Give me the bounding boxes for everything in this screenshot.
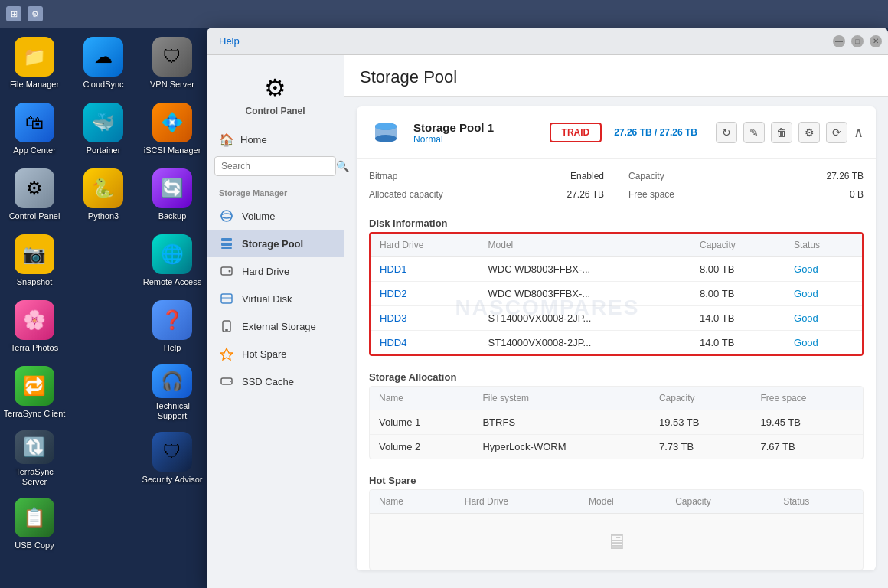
disk-col-model: Model bbox=[479, 234, 690, 257]
sidebar-item-virtual-disk-label: Virtual Disk bbox=[242, 293, 292, 305]
sidebar-home-item[interactable]: 🏠 Home bbox=[207, 126, 344, 156]
desktop-icon-portainer[interactable]: 🐳 Portainer bbox=[69, 96, 138, 162]
allocated-capacity-label: Allocated capacity bbox=[369, 189, 443, 200]
usb-copy-icon: 📋 bbox=[15, 498, 54, 537]
remote-access-label: Remote Access bbox=[143, 277, 201, 287]
desktop-icon-python3[interactable]: 🐍 Python3 bbox=[69, 162, 138, 228]
detail-capacity: Capacity 27.26 TB bbox=[628, 168, 864, 184]
taskbar-grid-icon[interactable]: ⊞ bbox=[6, 6, 21, 21]
desktop-icon-remote-access[interactable]: 🌐 Remote Access bbox=[138, 228, 207, 294]
svg-rect-4 bbox=[221, 247, 232, 249]
desktop-icon-file-manager[interactable]: 📁 File Manager bbox=[0, 31, 69, 96]
file-manager-label: File Manager bbox=[10, 80, 59, 90]
external-storage-icon bbox=[219, 318, 234, 334]
pool-info: Storage Pool 1 Normal bbox=[413, 121, 550, 145]
sidebar-search-box[interactable]: 🔍 bbox=[214, 156, 336, 176]
desktop-icon-app-center[interactable]: 🛍 App Center bbox=[0, 96, 69, 162]
backup-label: Backup bbox=[158, 211, 187, 221]
alloc-name: Volume 1 bbox=[370, 410, 473, 435]
desktop-icon-vpn-server[interactable]: 🛡 VPN Server bbox=[138, 31, 207, 96]
desktop-icon-snapshot[interactable]: 📷 Snapshot bbox=[0, 228, 69, 294]
desktop-icon-control-panel[interactable]: ⚙ Control Panel bbox=[0, 162, 69, 228]
disk-col-status: Status bbox=[785, 234, 862, 257]
titlebar-help-link[interactable]: Help bbox=[219, 35, 240, 47]
iscsi-manager-label: iSCSI Manager bbox=[144, 145, 201, 155]
disk-capacity: 14.0 TB bbox=[690, 331, 785, 355]
terra-photos-label: Terra Photos bbox=[11, 343, 58, 353]
window-close-button[interactable]: ✕ bbox=[870, 35, 882, 47]
desktop-icon-terra-photos[interactable]: 🌸 Terra Photos bbox=[0, 294, 69, 360]
sidebar-item-ssd-cache[interactable]: SSD Cache bbox=[207, 368, 344, 395]
window-maximize-button[interactable]: □ bbox=[851, 35, 864, 47]
technical-support-icon: 🎧 bbox=[152, 364, 192, 398]
portainer-icon: 🐳 bbox=[83, 103, 123, 142]
hard-drive-icon bbox=[219, 263, 234, 279]
hs-col-harddrive: Hard Drive bbox=[455, 490, 579, 514]
alloc-col-filesystem: File system bbox=[473, 387, 649, 410]
desktop-icon-help[interactable]: ❓ Help bbox=[138, 294, 207, 360]
pool-status: Normal bbox=[413, 134, 550, 145]
disk-status: Good bbox=[785, 306, 862, 331]
desktop-icon-terrasync-client[interactable]: 🔁 TerraSync Client bbox=[0, 360, 69, 426]
search-input[interactable] bbox=[221, 161, 336, 172]
svg-marker-11 bbox=[220, 348, 233, 360]
pool-actions: ↻ ✎ 🗑 ⚙ ⟳ bbox=[716, 122, 847, 143]
portainer-label: Portainer bbox=[87, 145, 121, 155]
window-minimize-button[interactable]: — bbox=[833, 35, 845, 47]
security-advisor-label: Security Advisor bbox=[142, 475, 203, 485]
pool-settings-button[interactable]: ⚙ bbox=[798, 122, 820, 143]
cloudsync-icon: ☁ bbox=[83, 37, 123, 77]
alloc-col-freespace: Free space bbox=[751, 387, 863, 410]
main-window: Help — □ ✕ ⚙ Control Panel 🏠 Home 🔍 Stor… bbox=[207, 28, 888, 588]
content-header: Storage Pool bbox=[344, 55, 888, 97]
app-center-label: App Center bbox=[13, 145, 56, 155]
sidebar-item-external-storage[interactable]: External Storage bbox=[207, 312, 344, 340]
disk-status: Good bbox=[785, 282, 862, 306]
pool-refresh-button[interactable]: ↻ bbox=[716, 122, 737, 143]
pool-traid-badge[interactable]: TRAID bbox=[550, 122, 602, 142]
disk-capacity: 8.00 TB bbox=[690, 282, 785, 306]
alloc-table-header-row: Name File system Capacity Free space bbox=[370, 387, 863, 410]
alloc-table: Name File system Capacity Free space Vol… bbox=[370, 387, 863, 459]
sidebar-item-volume[interactable]: Volume bbox=[207, 202, 344, 230]
pool-reload-button[interactable]: ⟳ bbox=[826, 122, 847, 143]
control-panel-header-label: Control Panel bbox=[245, 106, 305, 116]
python3-icon: 🐍 bbox=[83, 168, 123, 208]
hs-col-model: Model bbox=[579, 490, 666, 514]
pool-collapse-button[interactable]: ∧ bbox=[854, 124, 864, 141]
control-panel-header-icon: ⚙ bbox=[264, 74, 286, 103]
hot-spare-table: Name Hard Drive Model Capacity Status bbox=[370, 490, 863, 570]
content-body: Storage Pool 1 Normal TRAID 27.26 TB / 2… bbox=[344, 97, 888, 588]
desktop-icon-backup[interactable]: 🔄 Backup bbox=[138, 162, 207, 228]
pool-edit-button[interactable]: ✎ bbox=[743, 122, 765, 143]
desktop-icon-usb-copy[interactable]: 📋 USB Copy bbox=[0, 492, 69, 557]
alloc-table-wrapper: Name File system Capacity Free space Vol… bbox=[369, 386, 864, 459]
sidebar-item-storage-pool[interactable]: Storage Pool bbox=[207, 230, 344, 257]
svg-rect-3 bbox=[221, 243, 232, 246]
desktop-icon-cloudsync[interactable]: ☁ CloudSync bbox=[69, 31, 138, 96]
pool-delete-button[interactable]: 🗑 bbox=[771, 122, 792, 143]
sidebar-item-hot-spare[interactable]: Hot Spare bbox=[207, 340, 344, 368]
taskbar-top: ⊞ ⚙ bbox=[0, 0, 888, 28]
alloc-filesystem: BTRFS bbox=[473, 410, 649, 435]
disk-hdd-name: HDD4 bbox=[371, 331, 479, 355]
sidebar-item-storage-pool-label: Storage Pool bbox=[242, 238, 303, 250]
svg-point-1 bbox=[221, 214, 232, 218]
desktop-icon-technical-support[interactable]: 🎧 Technical Support bbox=[138, 360, 207, 426]
svg-point-17 bbox=[375, 122, 397, 130]
control-panel-label: Control Panel bbox=[9, 211, 60, 221]
sidebar-item-virtual-disk[interactable]: Virtual Disk bbox=[207, 285, 344, 312]
sidebar-item-hard-drive[interactable]: Hard Drive bbox=[207, 257, 344, 285]
alloc-table-row: Volume 2 HyperLock-WORM 7.73 TB 7.67 TB bbox=[370, 435, 863, 459]
alloc-name: Volume 2 bbox=[370, 435, 473, 459]
hot-spare-icon bbox=[219, 346, 234, 361]
desktop-icon-terrasync-server[interactable]: 🔃 TerraSync Server bbox=[0, 426, 69, 492]
alloc-col-capacity: Capacity bbox=[650, 387, 752, 410]
iscsi-manager-icon: 💠 bbox=[152, 103, 192, 142]
svg-point-6 bbox=[229, 270, 231, 273]
alloc-free-space: 7.67 TB bbox=[751, 435, 863, 459]
terrasync-server-label: TerraSync Server bbox=[3, 467, 66, 487]
taskbar-settings-icon[interactable]: ⚙ bbox=[28, 6, 43, 21]
desktop-icon-iscsi-manager[interactable]: 💠 iSCSI Manager bbox=[138, 96, 207, 162]
desktop-icon-security-advisor[interactable]: 🛡 Security Advisor bbox=[138, 426, 207, 492]
